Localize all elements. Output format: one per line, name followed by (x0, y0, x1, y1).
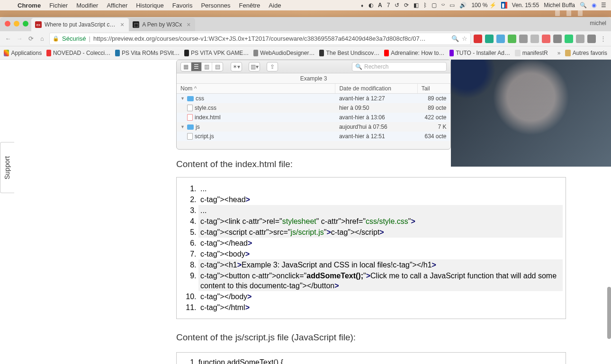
menu-fenetre[interactable]: Fenêtre (239, 2, 261, 9)
notifications-icon[interactable]: ☰ (601, 2, 606, 9)
user-name[interactable]: Michel Buffa (544, 2, 575, 9)
zoom-window-button[interactable] (23, 21, 28, 27)
battery-status[interactable]: 100 % ⚡ (471, 2, 496, 9)
dropbox-icon[interactable]: ⬧ (360, 2, 364, 9)
secure-label: Sécurisé (62, 35, 86, 42)
bookmark-overflow-icon[interactable]: » (557, 50, 561, 56)
ext-icon[interactable] (496, 35, 505, 43)
code-line: c-tag"></head> (198, 238, 563, 249)
ext-icon[interactable] (587, 35, 596, 43)
bookmark-item[interactable]: manifestR (515, 50, 548, 56)
finder-row: index.htmlavant-hier à 13:06422 octe (177, 113, 450, 122)
menu-afficher[interactable]: Afficher (107, 2, 127, 9)
star-icon[interactable]: ☆ (462, 35, 467, 42)
clock[interactable]: Ven. 15:55 (512, 2, 539, 9)
app-name[interactable]: Chrome (18, 2, 41, 9)
notif-icon[interactable]: 7 (387, 2, 390, 9)
ext-icon[interactable] (485, 35, 494, 43)
finder-row: ▼ cssavant-hier à 12:2789 octe (177, 94, 450, 104)
finder-group-icon: ▥▾ (249, 62, 260, 71)
ext-icon[interactable] (530, 35, 539, 43)
ext-icon[interactable] (508, 35, 516, 43)
tab-codepen[interactable]: ⬚ A Pen by W3Cx × (129, 18, 195, 31)
apps-button[interactable]: Applications (4, 50, 42, 56)
chrome-window: ex Where to put JavaScript code × ⬚ A Pe… (0, 17, 611, 364)
flag-icon[interactable]: ▮ (501, 2, 507, 9)
menu-personnes[interactable]: Personnes (201, 2, 230, 9)
code-block-index: ...c-tag"><head> ... c-tag"><link c-attr… (176, 177, 566, 319)
finder-row: ▼ jsaujourd'hui à 07:567 K (177, 122, 450, 132)
address-bar[interactable]: 🔒 Sécurisé | https://preview.edx.org/cou… (49, 33, 471, 45)
menu-aide[interactable]: Aide (269, 2, 281, 9)
bookmark-item[interactable]: WebAudioDesigner… (253, 50, 314, 56)
display-icon[interactable]: ▭ (449, 2, 455, 9)
zoom-icon[interactable]: 🔍 (451, 35, 459, 42)
ext-icon[interactable] (542, 35, 550, 43)
timemachine-icon[interactable]: ⟳ (404, 2, 409, 9)
bluetooth-icon[interactable]: ᛒ (423, 2, 427, 9)
finder-view-columns-icon: ▥ (202, 62, 212, 71)
code-line: c-tag"><link c-attr">rel="stylesheet" c-… (198, 216, 563, 227)
finder-view-cover-icon: ▤ (212, 62, 223, 71)
codepen-favicon-icon: ⬚ (133, 21, 139, 28)
ext-icon[interactable] (553, 35, 562, 43)
reload-button[interactable]: ⟳ (27, 35, 35, 43)
expose-icon[interactable]: ◧ (413, 2, 419, 9)
edx-favicon-icon: ex (35, 21, 42, 28)
ext-icon[interactable] (474, 35, 482, 43)
menu-modifier[interactable]: Modifier (76, 2, 98, 9)
minimize-window-button[interactable] (14, 21, 19, 27)
finder-view-list-icon: ☰ (191, 62, 202, 71)
ext-icon[interactable] (576, 35, 584, 43)
chrome-menu-icon[interactable]: ⋮ (599, 35, 607, 43)
finder-action-icon: ✶▾ (231, 62, 242, 71)
bookmarks-bar: Applications NOVEDAD - Colecci… PS Vita … (0, 46, 611, 60)
bookmark-item[interactable]: PS VITA VPK GAME… (184, 50, 249, 56)
close-tab-icon[interactable]: × (120, 21, 124, 28)
tab-title: A Pen by W3Cx (142, 21, 182, 28)
bookmark-item[interactable]: The Best Undiscov… (319, 50, 379, 56)
finder-file-list: Nom Date de modification Tail ▼ cssavant… (177, 84, 450, 141)
finder-search: 🔍 Recherch (352, 62, 447, 71)
col-name: Nom (177, 84, 335, 94)
close-tab-icon[interactable]: × (187, 21, 190, 28)
bookmark-item[interactable]: TUTO - Installer Ad… (449, 50, 510, 56)
support-tab[interactable]: Support (0, 142, 14, 193)
ext-icon[interactable] (519, 35, 528, 43)
menu-fichier[interactable]: Fichier (49, 2, 68, 9)
creative-icon[interactable]: A (378, 2, 382, 9)
finder-row: script.jsavant-hier à 12:51634 octe (177, 132, 450, 141)
code-block-script: function addSomeText() { (176, 352, 566, 364)
window-controls (5, 21, 28, 27)
scrollbar-thumb[interactable] (607, 287, 611, 339)
page-viewport: ▦ ☰ ▥ ▤ ✶▾ ▥▾ ⇪ 🔍 Recherch Example 3 (0, 60, 611, 364)
code-line: c-tag"></body> (198, 291, 563, 302)
home-button[interactable]: ⌂ (38, 35, 46, 43)
tab-bar: ex Where to put JavaScript code × ⬚ A Pe… (0, 17, 611, 31)
sync-icon[interactable]: ↺ (395, 2, 399, 9)
ext-icon[interactable] (565, 35, 573, 43)
code-line: c-tag"></html> (198, 302, 563, 313)
close-window-button[interactable] (5, 21, 10, 27)
back-button[interactable]: ← (4, 35, 12, 43)
bookmark-item[interactable]: NOVEDAD - Colecci… (46, 50, 110, 56)
adobe-icon[interactable]: ◐ (368, 2, 373, 9)
section-heading-script: Content of the js/script.js file (JavaSc… (176, 332, 566, 343)
airplay-icon[interactable]: ▢ (431, 2, 437, 9)
wifi-icon[interactable]: ⌔ (441, 2, 445, 9)
profile-label[interactable]: michel (590, 20, 606, 27)
code-line: c-tag"><body> (198, 249, 563, 259)
menu-favoris[interactable]: Favoris (172, 2, 193, 9)
forward-button[interactable]: → (15, 35, 24, 43)
menu-historique[interactable]: Historique (136, 2, 164, 9)
code-line: c-tag"><button c-attr">onclick="addSomeT… (198, 270, 563, 291)
siri-icon[interactable]: ◉ (592, 2, 596, 9)
volume-icon[interactable]: 🔊 (459, 2, 467, 9)
other-bookmarks[interactable]: Autres favoris (565, 50, 607, 56)
search-icon: 🔍 (355, 63, 362, 70)
code-line: c-tag"><script c-attr">src="js/script.js… (198, 227, 563, 238)
tab-edx[interactable]: ex Where to put JavaScript code × (31, 18, 129, 31)
spotlight-icon[interactable]: 🔍 (580, 2, 587, 9)
bookmark-item[interactable]: Adrenaline: How to… (384, 50, 444, 56)
bookmark-item[interactable]: PS Vita ROMs PSVit… (115, 50, 180, 56)
